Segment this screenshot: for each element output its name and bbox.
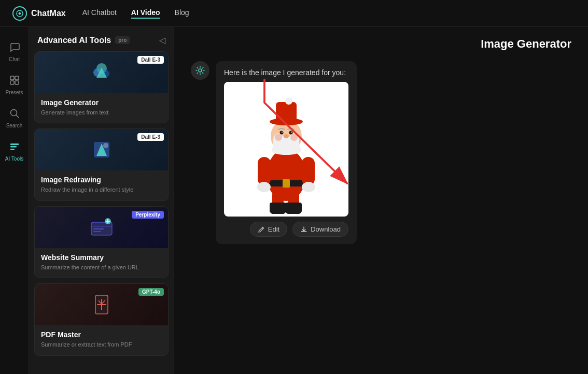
svg-point-22 [199, 69, 202, 72]
tool-desc-4: Summarize or extract text from PDF [41, 341, 162, 349]
sidebar-chat-label: Chat [9, 56, 20, 62]
search-icon [9, 108, 20, 121]
page-title: Image Generator [481, 37, 571, 50]
tool-desc-2: Redraw the image in a different style [41, 186, 162, 194]
svg-rect-41 [276, 102, 297, 123]
svg-rect-3 [10, 81, 14, 84]
tool-badge-4: GPT-4o [138, 288, 164, 296]
svg-point-49 [289, 131, 293, 135]
assistant-avatar [191, 61, 209, 80]
ai-tools-icon [9, 141, 20, 154]
content-header: Image Generator [174, 27, 588, 51]
nav-links: AI Chatbot AI Video Blog [82, 8, 189, 19]
svg-point-51 [291, 132, 292, 133]
tool-image-bg-3: Perplexity [35, 207, 168, 248]
svg-point-54 [290, 134, 298, 141]
logo-area[interactable]: ChatMax [12, 6, 66, 21]
tool-image-icon-1 [86, 57, 117, 88]
tool-image-bg-1: Dall E-3 [35, 52, 168, 93]
message-text: Here is the image I generated for you: [224, 68, 348, 77]
sidebar-search-label: Search [6, 123, 23, 128]
message-actions: Edit Download [224, 222, 348, 237]
svg-point-48 [280, 131, 284, 135]
tool-desc-1: Generate images from text [41, 109, 162, 117]
tools-panel: Advanced AI Tools pro ◁ Dall E-3 [29, 27, 174, 374]
download-icon [300, 226, 307, 233]
tool-card-image-redrawing[interactable]: Dall E-3 Image Redrawing Redraw the imag… [34, 128, 169, 200]
svg-rect-2 [15, 76, 19, 80]
svg-rect-34 [302, 157, 315, 185]
svg-point-50 [282, 132, 283, 133]
tools-header: Advanced AI Tools pro ◁ [29, 27, 174, 51]
svg-point-53 [275, 134, 282, 141]
tool-badge-3: Perplexity [132, 211, 164, 219]
chat-area: Here is the image I generated for you: [174, 51, 588, 374]
tool-name-2: Image Redrawing [41, 176, 162, 184]
tool-image-icon-2 [86, 134, 117, 165]
assistant-message-bubble: Here is the image I generated for you: [216, 61, 357, 244]
tool-card-body-4: PDF Master Summarize or extract text fro… [35, 325, 168, 355]
svg-rect-8 [10, 149, 15, 150]
edit-label: Edit [268, 225, 279, 233]
collapse-button[interactable]: ◁ [159, 35, 165, 45]
tool-image-bg-4: GPT-4o [35, 284, 168, 325]
svg-point-15 [103, 143, 108, 148]
app-name: ChatMax [31, 9, 66, 18]
svg-rect-19 [93, 231, 101, 232]
tool-image-icon-4 [86, 289, 117, 320]
download-button[interactable]: Download [292, 222, 348, 237]
tool-card-body-3: Website Summary Summarize the content of… [35, 248, 168, 278]
pro-badge: pro [115, 36, 130, 44]
tool-image-bg-2: Dall E-3 [35, 129, 168, 170]
santa-svg [232, 84, 341, 214]
generated-image [224, 82, 348, 217]
svg-rect-29 [270, 203, 286, 212]
nav-ai-video[interactable]: AI Video [131, 8, 160, 19]
tool-card-image-generator[interactable]: Dall E-3 Image Generator Generate images… [34, 51, 169, 123]
tool-name-3: Website Summary [41, 253, 162, 262]
tool-card-body-2: Image Redrawing Redraw the image in a di… [35, 170, 168, 200]
content-area: Image Generator Here is the image I gene… [174, 27, 588, 374]
tool-image-icon-3 [86, 212, 117, 243]
tool-badge-2: Dall E-3 [137, 133, 164, 141]
top-nav: ChatMax AI Chatbot AI Video Blog [0, 0, 588, 27]
edit-button[interactable]: Edit [250, 222, 287, 237]
sidebar-ai-tools-label: AI Tools [5, 156, 23, 162]
svg-point-35 [257, 182, 271, 192]
edit-icon [258, 226, 265, 233]
tools-panel-title: Advanced AI Tools [37, 36, 111, 45]
svg-rect-18 [93, 228, 104, 229]
tool-badge-1: Dall E-3 [137, 56, 164, 64]
nav-blog[interactable]: Blog [175, 8, 189, 19]
svg-rect-4 [15, 81, 19, 84]
svg-point-42 [285, 97, 292, 105]
tool-card-pdf-master[interactable]: GPT-4o PDF Master Summarize or extract t… [34, 283, 169, 355]
assistant-message-row: Here is the image I generated for you: [191, 61, 571, 244]
sidebar-presets-label: Presets [6, 90, 23, 95]
chat-icon [9, 41, 20, 54]
tool-card-body-1: Image Generator Generate images from tex… [35, 93, 168, 123]
sidebar-item-search[interactable]: Search [0, 102, 29, 135]
svg-point-24 [267, 149, 306, 201]
svg-rect-30 [285, 203, 302, 212]
sidebar-item-ai-tools[interactable]: AI Tools [0, 135, 29, 168]
svg-rect-7 [10, 146, 17, 148]
tools-list: Dall E-3 Image Generator Generate images… [29, 51, 174, 374]
download-label: Download [311, 225, 341, 233]
sidebar-item-chat[interactable]: Chat [0, 35, 29, 68]
svg-rect-32 [283, 179, 290, 188]
svg-rect-33 [258, 157, 271, 185]
main-layout: Chat Presets Search [0, 27, 588, 374]
tool-name-4: PDF Master [41, 330, 162, 339]
tool-name-1: Image Generator [41, 98, 162, 107]
sidebar-item-presets[interactable]: Presets [0, 68, 29, 102]
nav-ai-chatbot[interactable]: AI Chatbot [82, 8, 117, 19]
gear-icon [195, 65, 205, 76]
svg-point-36 [302, 182, 315, 192]
tool-desc-3: Summarize the content of a given URL [41, 264, 162, 271]
tool-card-website-summary[interactable]: Perplexity Website Summary Summarize the… [34, 206, 169, 278]
icon-sidebar: Chat Presets Search [0, 27, 29, 374]
tools-title-area: Advanced AI Tools pro [37, 36, 130, 45]
presets-icon [9, 75, 20, 88]
logo-icon [12, 6, 27, 21]
